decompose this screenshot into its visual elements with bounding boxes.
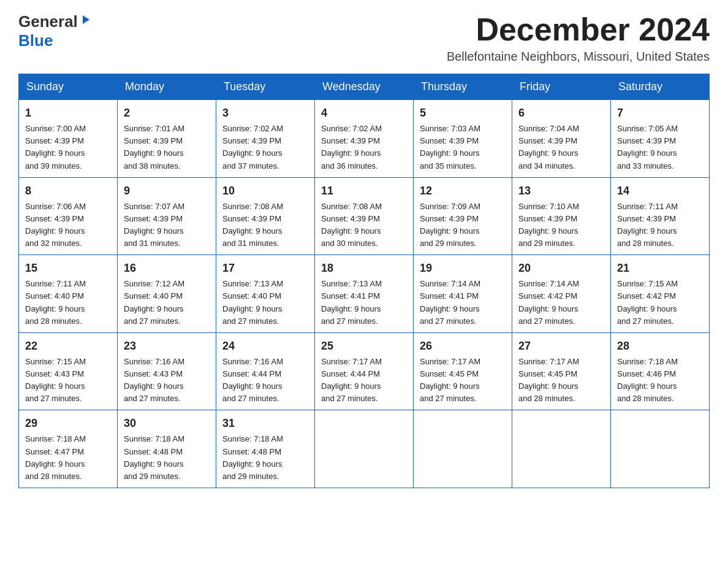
day-number: 7 (617, 105, 703, 121)
day-number: 25 (321, 338, 407, 354)
table-row: 19Sunrise: 7:14 AMSunset: 4:41 PMDayligh… (414, 255, 512, 333)
table-row: 27Sunrise: 7:17 AMSunset: 4:45 PMDayligh… (512, 332, 611, 410)
day-info: Sunrise: 7:15 AMSunset: 4:42 PMDaylight:… (617, 278, 703, 327)
table-row: 5Sunrise: 7:03 AMSunset: 4:39 PMDaylight… (414, 100, 512, 178)
table-row: 28Sunrise: 7:18 AMSunset: 4:46 PMDayligh… (611, 332, 710, 410)
day-number: 24 (222, 338, 308, 354)
day-number: 12 (420, 183, 506, 199)
table-row: 6Sunrise: 7:04 AMSunset: 4:39 PMDaylight… (512, 100, 611, 178)
day-number: 4 (321, 105, 407, 121)
table-row: 11Sunrise: 7:08 AMSunset: 4:39 PMDayligh… (315, 177, 414, 255)
day-number: 3 (222, 105, 308, 121)
day-info: Sunrise: 7:09 AMSunset: 4:39 PMDaylight:… (420, 201, 506, 250)
day-info: Sunrise: 7:18 AMSunset: 4:47 PMDaylight:… (25, 433, 111, 483)
day-number: 8 (25, 183, 111, 199)
table-row (512, 410, 611, 488)
calendar-header-row: Sunday Monday Tuesday Wednesday Thursday… (19, 74, 710, 100)
day-number: 6 (518, 105, 604, 121)
day-number: 26 (420, 338, 506, 354)
table-row: 10Sunrise: 7:08 AMSunset: 4:39 PMDayligh… (216, 177, 315, 255)
day-number: 1 (25, 105, 111, 121)
day-number: 29 (25, 415, 111, 432)
calendar-week-row: 22Sunrise: 7:15 AMSunset: 4:43 PMDayligh… (19, 332, 710, 410)
day-number: 22 (25, 338, 111, 354)
day-info: Sunrise: 7:02 AMSunset: 4:39 PMDaylight:… (321, 123, 407, 172)
day-number: 23 (124, 338, 210, 354)
table-row: 7Sunrise: 7:05 AMSunset: 4:39 PMDaylight… (611, 100, 710, 178)
day-info: Sunrise: 7:17 AMSunset: 4:44 PMDaylight:… (321, 356, 407, 405)
day-number: 14 (617, 183, 703, 199)
day-info: Sunrise: 7:10 AMSunset: 4:39 PMDaylight:… (518, 201, 604, 250)
day-info: Sunrise: 7:04 AMSunset: 4:39 PMDaylight:… (518, 123, 604, 172)
day-info: Sunrise: 7:11 AMSunset: 4:40 PMDaylight:… (25, 278, 111, 327)
table-row (611, 410, 710, 488)
day-info: Sunrise: 7:00 AMSunset: 4:39 PMDaylight:… (25, 123, 111, 172)
day-info: Sunrise: 7:16 AMSunset: 4:44 PMDaylight:… (222, 356, 308, 405)
day-number: 5 (420, 105, 506, 121)
table-row (315, 410, 414, 488)
table-row: 8Sunrise: 7:06 AMSunset: 4:39 PMDaylight… (19, 177, 118, 255)
logo-blue: Blue (18, 31, 53, 50)
day-number: 2 (124, 105, 210, 121)
table-row: 3Sunrise: 7:02 AMSunset: 4:39 PMDaylight… (216, 100, 315, 178)
day-number: 21 (617, 260, 703, 277)
title-area: December 2024 Bellefontaine Neighbors, M… (447, 12, 710, 64)
day-info: Sunrise: 7:17 AMSunset: 4:45 PMDaylight:… (518, 356, 604, 405)
day-number: 16 (124, 260, 210, 277)
calendar-week-row: 29Sunrise: 7:18 AMSunset: 4:47 PMDayligh… (19, 410, 710, 488)
table-row: 24Sunrise: 7:16 AMSunset: 4:44 PMDayligh… (216, 332, 315, 410)
day-number: 15 (25, 260, 111, 277)
calendar-week-row: 1Sunrise: 7:00 AMSunset: 4:39 PMDaylight… (19, 100, 710, 178)
day-info: Sunrise: 7:18 AMSunset: 4:48 PMDaylight:… (222, 433, 308, 483)
table-row: 1Sunrise: 7:00 AMSunset: 4:39 PMDaylight… (19, 100, 118, 178)
col-wednesday: Wednesday (315, 74, 414, 100)
day-info: Sunrise: 7:15 AMSunset: 4:43 PMDaylight:… (25, 356, 111, 405)
table-row: 31Sunrise: 7:18 AMSunset: 4:48 PMDayligh… (216, 410, 315, 488)
table-row: 9Sunrise: 7:07 AMSunset: 4:39 PMDaylight… (118, 177, 216, 255)
table-row: 25Sunrise: 7:17 AMSunset: 4:44 PMDayligh… (315, 332, 414, 410)
logo-triangle-icon (80, 14, 91, 28)
day-number: 10 (222, 183, 308, 199)
calendar-week-row: 8Sunrise: 7:06 AMSunset: 4:39 PMDaylight… (19, 177, 710, 255)
col-friday: Friday (512, 74, 611, 100)
day-number: 17 (222, 260, 308, 277)
col-tuesday: Tuesday (216, 74, 315, 100)
table-row: 15Sunrise: 7:11 AMSunset: 4:40 PMDayligh… (19, 255, 118, 333)
day-info: Sunrise: 7:18 AMSunset: 4:48 PMDaylight:… (124, 433, 210, 483)
day-number: 13 (518, 183, 604, 199)
calendar-week-row: 15Sunrise: 7:11 AMSunset: 4:40 PMDayligh… (19, 255, 710, 333)
day-info: Sunrise: 7:11 AMSunset: 4:39 PMDaylight:… (617, 201, 703, 250)
table-row: 20Sunrise: 7:14 AMSunset: 4:42 PMDayligh… (512, 255, 611, 333)
day-number: 11 (321, 183, 407, 199)
day-number: 9 (124, 183, 210, 199)
col-saturday: Saturday (611, 74, 710, 100)
day-info: Sunrise: 7:06 AMSunset: 4:39 PMDaylight:… (25, 201, 111, 250)
table-row: 16Sunrise: 7:12 AMSunset: 4:40 PMDayligh… (118, 255, 216, 333)
day-info: Sunrise: 7:02 AMSunset: 4:39 PMDaylight:… (222, 123, 308, 172)
day-info: Sunrise: 7:12 AMSunset: 4:40 PMDaylight:… (124, 278, 210, 327)
table-row: 12Sunrise: 7:09 AMSunset: 4:39 PMDayligh… (414, 177, 512, 255)
day-info: Sunrise: 7:14 AMSunset: 4:42 PMDaylight:… (518, 278, 604, 327)
day-number: 30 (124, 415, 210, 432)
day-number: 27 (518, 338, 604, 354)
calendar-table: Sunday Monday Tuesday Wednesday Thursday… (18, 74, 710, 488)
day-info: Sunrise: 7:14 AMSunset: 4:41 PMDaylight:… (420, 278, 506, 327)
table-row: 4Sunrise: 7:02 AMSunset: 4:39 PMDaylight… (315, 100, 414, 178)
table-row: 26Sunrise: 7:17 AMSunset: 4:45 PMDayligh… (414, 332, 512, 410)
day-info: Sunrise: 7:05 AMSunset: 4:39 PMDaylight:… (617, 123, 703, 172)
col-thursday: Thursday (414, 74, 512, 100)
day-info: Sunrise: 7:16 AMSunset: 4:43 PMDaylight:… (124, 356, 210, 405)
day-info: Sunrise: 7:18 AMSunset: 4:46 PMDaylight:… (617, 356, 703, 405)
day-number: 20 (518, 260, 604, 277)
day-info: Sunrise: 7:01 AMSunset: 4:39 PMDaylight:… (124, 123, 210, 172)
day-info: Sunrise: 7:08 AMSunset: 4:39 PMDaylight:… (321, 201, 407, 250)
day-info: Sunrise: 7:03 AMSunset: 4:39 PMDaylight:… (420, 123, 506, 172)
day-info: Sunrise: 7:07 AMSunset: 4:39 PMDaylight:… (124, 201, 210, 250)
col-monday: Monday (118, 74, 216, 100)
svg-marker-0 (83, 15, 89, 24)
table-row: 18Sunrise: 7:13 AMSunset: 4:41 PMDayligh… (315, 255, 414, 333)
col-sunday: Sunday (19, 74, 118, 100)
day-info: Sunrise: 7:08 AMSunset: 4:39 PMDaylight:… (222, 201, 308, 250)
logo: General Blue (18, 12, 91, 50)
table-row: 14Sunrise: 7:11 AMSunset: 4:39 PMDayligh… (611, 177, 710, 255)
